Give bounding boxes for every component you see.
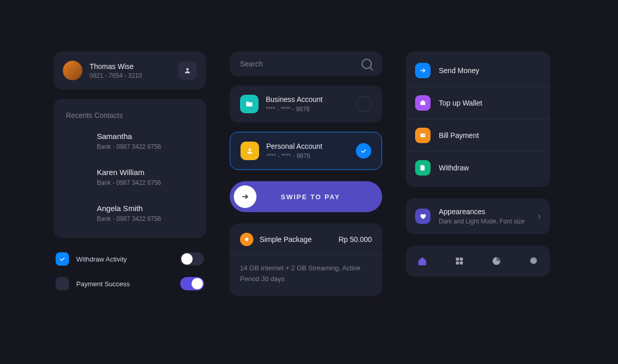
svg-rect-10 <box>456 262 459 265</box>
home-icon <box>417 256 427 266</box>
wallet-icon <box>415 95 431 111</box>
appearances-title: Appeareances <box>439 207 530 216</box>
user-icon <box>184 67 191 74</box>
avatar <box>66 130 89 152</box>
radio-selected[interactable] <box>356 143 371 159</box>
package-price: Rp 50.000 <box>338 235 372 244</box>
checkbox-withdraw[interactable] <box>56 252 69 266</box>
check-icon <box>59 255 66 263</box>
contact-sub: Bank - 0987 3422 8756 <box>97 179 161 186</box>
toggle-row-withdraw: Withdraw Activity <box>56 252 204 266</box>
swipe-label: SWIPE TO PAY <box>266 193 378 201</box>
toggle-label: Withdraw Activity <box>76 255 173 263</box>
check-icon <box>360 147 367 154</box>
heart-icon <box>415 209 431 224</box>
toggle-row-payment: Payment Success <box>56 277 204 290</box>
svg-rect-9 <box>460 257 463 261</box>
profile-button[interactable] <box>178 61 197 80</box>
action-bill[interactable]: Bill Payment <box>406 119 550 152</box>
arrow-right-icon <box>241 193 249 201</box>
nav-chart[interactable] <box>489 254 504 268</box>
switch-withdraw[interactable] <box>180 252 204 266</box>
search-bar[interactable]: Search <box>230 51 382 76</box>
pie-chart-icon <box>492 256 501 266</box>
avatar <box>63 61 82 80</box>
account-name: Personal Account <box>266 142 349 150</box>
nav-home[interactable] <box>415 254 430 268</box>
svg-point-7 <box>423 135 424 136</box>
profile-info: Thomas Wise 0821 - 7654 - 3210 <box>90 62 171 79</box>
account-number: **** - **** - 9876 <box>266 106 349 113</box>
avatar <box>66 166 89 188</box>
action-label: Top up Wallet <box>439 99 482 107</box>
action-withdraw[interactable]: Withdraw <box>406 152 550 184</box>
grid-icon <box>455 256 464 266</box>
gear-icon <box>529 256 538 266</box>
svg-rect-11 <box>460 262 463 265</box>
svg-rect-5 <box>422 100 424 101</box>
action-label: Send Money <box>439 66 479 75</box>
profile-phone: 0821 - 7654 - 3210 <box>90 72 171 79</box>
avatar <box>66 202 89 224</box>
contact-name: Samantha <box>97 132 161 141</box>
checkbox-payment[interactable] <box>56 277 69 290</box>
account-name: Business Account <box>266 95 349 103</box>
svg-rect-4 <box>420 101 425 105</box>
svg-point-0 <box>186 68 189 71</box>
profile-card: Thomas Wise 0821 - 7654 - 3210 <box>54 51 206 90</box>
account-number: **** - **** - 9876 <box>266 152 349 160</box>
switch-payment[interactable] <box>180 277 204 290</box>
svg-rect-8 <box>456 257 459 261</box>
star-icon <box>240 233 253 246</box>
package-name: Simple Package <box>260 235 332 244</box>
contact-name: Angela Smith <box>97 204 161 213</box>
nav-grid[interactable] <box>452 254 467 268</box>
search-input[interactable]: Search <box>240 60 362 68</box>
contact-item[interactable]: Angela Smith Bank - 0987 3422 8756 <box>66 202 194 224</box>
radio-unselected[interactable] <box>356 96 372 112</box>
account-business[interactable]: Business Account **** - **** - 9876 <box>230 85 382 123</box>
chevron-right-icon: › <box>538 212 541 221</box>
actions-card: Send Money Top up Wallet Bill Payment Wi… <box>406 51 550 187</box>
bill-icon <box>415 128 431 143</box>
folder-icon <box>240 95 259 113</box>
action-send-money[interactable]: Send Money <box>406 55 550 87</box>
action-label: Bill Payment <box>439 131 479 140</box>
contact-item[interactable]: Karen William Bank - 0987 3422 8756 <box>66 166 194 188</box>
svg-point-1 <box>249 148 251 151</box>
toggle-label: Payment Success <box>76 280 173 288</box>
package-desc: 14 GB Internet + 2 GB Streaming, Active … <box>240 263 372 285</box>
action-label: Withdraw <box>439 164 469 172</box>
contacts-title: Recents Contacts <box>66 111 194 119</box>
contact-sub: Bank - 0987 3422 8756 <box>97 215 161 222</box>
action-topup[interactable]: Top up Wallet <box>406 87 550 119</box>
swipe-to-pay[interactable]: SWIPE TO PAY <box>230 181 382 212</box>
withdraw-icon <box>415 160 431 176</box>
search-icon <box>362 59 372 69</box>
appearances-card[interactable]: Appeareances Dark and Light Mode, Font s… <box>406 198 550 234</box>
contact-item[interactable]: Samantha Bank - 0987 3422 8756 <box>66 130 194 152</box>
contact-sub: Bank - 0987 3422 8756 <box>97 143 161 150</box>
profile-name: Thomas Wise <box>90 62 171 71</box>
contacts-card: Recents Contacts Samantha Bank - 0987 34… <box>54 99 206 238</box>
appearances-sub: Dark and Light Mode, Font size <box>439 218 530 225</box>
swipe-knob[interactable] <box>234 185 256 208</box>
nav-settings[interactable] <box>526 254 541 268</box>
toggles-section: Withdraw Activity Payment Success <box>54 252 206 290</box>
nav-bar <box>406 246 550 276</box>
contact-name: Karen William <box>97 168 161 177</box>
account-personal[interactable]: Personal Account **** - **** - 9876 <box>230 132 382 170</box>
user-icon <box>241 142 259 160</box>
package-card: Simple Package Rp 50.000 14 GB Internet … <box>230 223 382 296</box>
send-icon <box>415 63 431 78</box>
